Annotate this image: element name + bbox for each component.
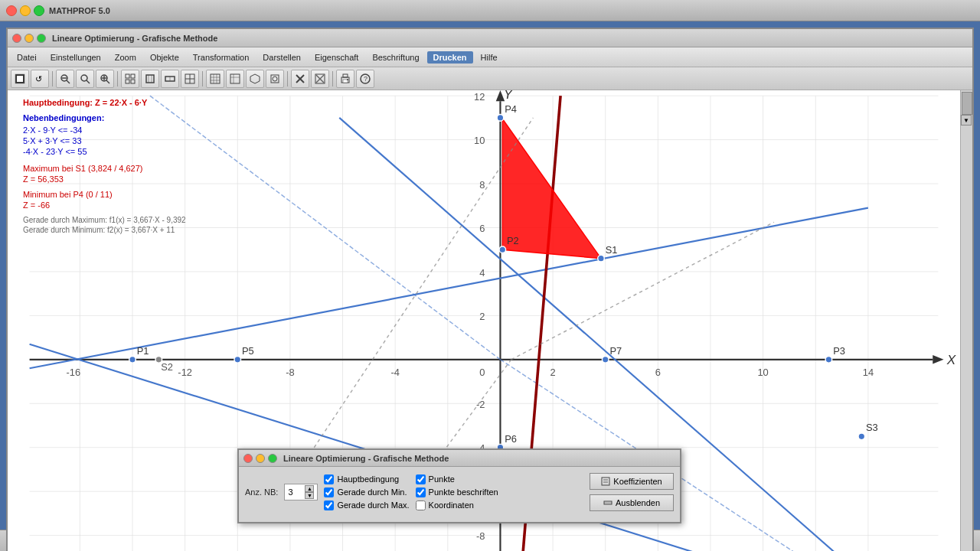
svg-text:12: 12 [474,91,485,103]
toolbar-close-btn[interactable] [291,70,309,88]
spinner-up[interactable]: ▲ [305,485,314,492]
svg-rect-42 [343,80,348,83]
punkte-checkbox[interactable] [416,474,426,484]
main-area: Lineare Optimierung - Grafische Methode … [0,21,980,530]
menu-objekte[interactable]: Objekte [144,51,185,64]
toolbar-close2-btn[interactable] [311,70,329,88]
svg-text:?: ? [364,75,368,83]
inner-close-button[interactable] [12,34,21,43]
svg-point-128 [234,357,241,364]
inner-window-title: Lineare Optimierung - Grafische Methode [52,34,217,43]
toolbar-table-btn[interactable] [206,70,224,88]
svg-rect-15 [131,80,135,83]
os-minimize-button[interactable] [20,5,31,16]
svg-text:6: 6 [479,223,485,234]
checkbox-koordinaten[interactable]: Koordinaten [416,500,498,510]
gerade-min-checkbox[interactable] [324,487,334,497]
svg-point-124 [858,433,865,440]
os-maximize-button[interactable] [34,5,44,16]
svg-text:↺: ↺ [35,74,42,83]
scrollbar-thumb-top[interactable] [962,92,972,115]
os-close-button[interactable] [6,5,17,16]
toolbar-grid-btn[interactable] [121,70,139,88]
dialog-titlebar: Lineare Optimierung - Grafische Methode [239,450,680,467]
checkbox-punkte-beschriften[interactable]: Punkte beschriften [416,487,498,497]
svg-point-34 [273,77,277,81]
toolbar-param-btn[interactable] [266,70,284,88]
inner-maximize-button[interactable] [37,34,46,43]
toolbar-view-btn[interactable] [161,70,179,88]
svg-rect-29 [230,74,240,83]
dialog-buttons: Koeffizienten Ausblenden [590,473,674,511]
svg-rect-13 [131,74,135,78]
menu-hilfe[interactable]: Hilfe [475,51,504,64]
dialog-body: Anz. NB: ▲ ▼ Hauptbedingung [239,467,680,522]
svg-text:2: 2 [479,311,485,322]
toolbar-fit-btn[interactable] [141,70,159,88]
dialog-close-btn[interactable] [243,454,253,463]
anz-nb-input[interactable] [288,487,303,497]
svg-text:P6: P6 [505,432,517,444]
checkbox-gerade-min[interactable]: Gerade durch Min. [324,487,409,497]
svg-point-116 [598,255,605,262]
toolbar-help-btn[interactable]: ? [356,70,374,88]
dialog-window: Lineare Optimierung - Grafische Methode … [237,448,681,523]
toolbar-mode-btn[interactable] [11,70,29,88]
side-scrollbar[interactable]: ▼ [960,90,972,551]
hauptbedingung-checkbox[interactable] [324,474,334,484]
toolbar-zoom-out-btn[interactable] [56,70,74,88]
svg-text:-2: -2 [476,399,485,410]
dialog-min-btn[interactable] [256,454,265,463]
svg-text:P5: P5 [242,345,254,357]
toolbar-print-btn[interactable] [336,70,354,88]
svg-text:-16: -16 [67,367,81,378]
menu-darstellen[interactable]: Darstellen [256,51,307,64]
checkbox-hauptbedingung[interactable]: Hauptbedingung [324,474,409,484]
toolbar-export-btn[interactable] [226,70,244,88]
svg-rect-41 [343,74,348,77]
svg-point-126 [129,357,136,364]
os-window-controls[interactable] [6,5,44,16]
os-title: MATHPROF 5.0 [49,6,110,15]
koeffizienten-button[interactable]: Koeffizienten [590,473,674,490]
svg-line-7 [87,80,90,83]
menu-drucken[interactable]: Drucken [427,51,473,64]
menu-zoom[interactable]: Zoom [109,51,142,64]
menu-beschriftung[interactable]: Beschriftung [366,51,425,64]
dialog-controls-row: Anz. NB: ▲ ▼ Hauptbedingung [245,473,674,511]
toolbar-3d-btn[interactable] [246,70,264,88]
svg-line-9 [106,80,109,83]
inner-minimize-button[interactable] [24,34,34,43]
dialog-max-btn[interactable] [268,454,277,463]
svg-text:-4: -4 [390,367,399,378]
anz-nb-spinner[interactable]: ▲ ▼ [305,485,314,499]
svg-text:-8: -8 [286,367,294,378]
menu-einstellungen[interactable]: Einstellungen [44,51,107,64]
checkbox-punkte[interactable]: Punkte [416,474,498,484]
svg-text:0: 0 [479,367,485,378]
toolbar-split-btn[interactable] [181,70,199,88]
svg-text:S2: S2 [161,361,173,373]
scroll-down-btn[interactable]: ▼ [961,115,972,126]
checkbox-gerade-max[interactable]: Gerade durch Max. [324,500,409,510]
toolbar-zoom-in-btn[interactable] [96,70,114,88]
toolbar-zoom-reset-btn[interactable] [76,70,94,88]
menu-eigenschaft[interactable]: Eigenschaft [309,51,364,64]
punkte-beschriften-checkbox[interactable] [416,487,426,497]
anz-nb-input-group[interactable]: ▲ ▼ [284,484,318,500]
gerade-max-checkbox-label: Gerade durch Max. [337,500,409,510]
svg-marker-76 [933,355,943,364]
menu-transformation[interactable]: Transformation [187,51,256,64]
svg-line-4 [67,80,70,83]
gerade-max-checkbox[interactable] [324,500,334,510]
svg-text:P4: P4 [505,103,517,115]
svg-text:10: 10 [474,135,485,146]
spinner-down[interactable]: ▼ [305,492,314,499]
ausblenden-button[interactable]: Ausblenden [590,494,674,511]
svg-text:2: 2 [550,367,556,378]
toolbar-sep-1 [52,71,53,86]
koordinaten-checkbox[interactable] [416,500,426,510]
menu-datei[interactable]: Datei [11,51,43,64]
toolbar-rotate-btn[interactable]: ↺ [31,70,49,88]
svg-text:4: 4 [479,267,485,279]
